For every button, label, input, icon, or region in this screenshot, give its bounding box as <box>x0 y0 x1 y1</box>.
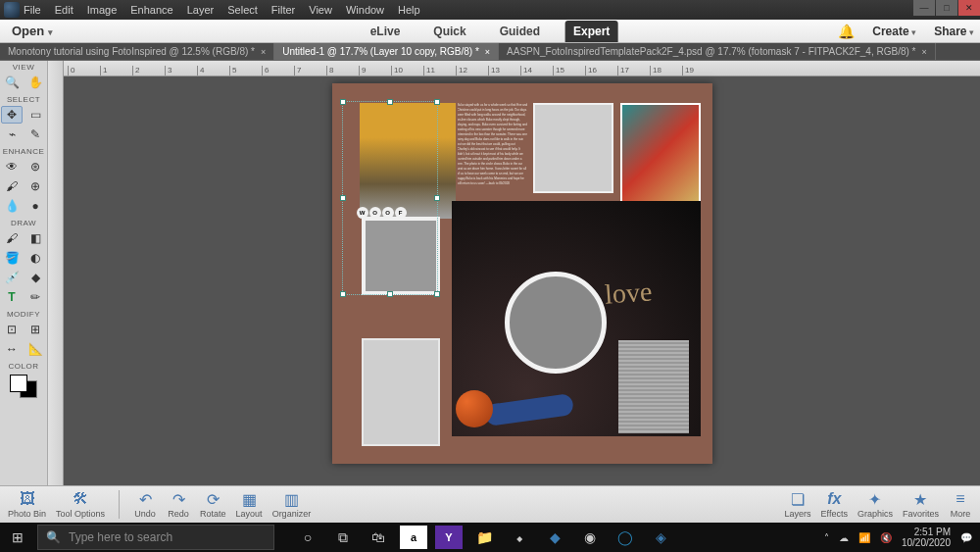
scrapbook-page[interactable]: Buko stayed with us for a whole week so … <box>332 83 712 464</box>
type-tool[interactable]: T <box>1 288 23 306</box>
layout-button[interactable]: ▦Layout <box>236 490 263 519</box>
menu-layer[interactable]: Layer <box>187 4 215 16</box>
tool-options-label: Tool Options <box>56 509 105 519</box>
search-placeholder: Type here to search <box>69 530 172 544</box>
menu-filter[interactable]: Filter <box>271 4 295 16</box>
move-tool[interactable]: ✥ <box>1 106 23 124</box>
graphics-button[interactable]: ✦Graphics <box>858 490 893 519</box>
tray-wifi-icon[interactable]: 📶 <box>858 532 870 543</box>
photo-frame-top[interactable] <box>533 103 613 193</box>
notification-center-icon[interactable]: 💬 <box>960 532 972 543</box>
mode-expert[interactable]: Expert <box>565 21 617 42</box>
share-button[interactable]: Share <box>934 25 974 38</box>
app-logo <box>4 2 20 18</box>
photoshop-app[interactable]: ◆ <box>541 526 568 549</box>
content-aware-tool[interactable]: ↔ <box>1 340 23 358</box>
menu-file[interactable]: File <box>24 4 41 16</box>
recompose-tool[interactable]: ⊞ <box>24 321 46 338</box>
tool-options-button[interactable]: 🛠Tool Options <box>56 490 105 519</box>
gradient-tool[interactable]: ◐ <box>24 249 46 267</box>
dog-photo[interactable] <box>620 103 701 203</box>
menu-help[interactable]: Help <box>398 4 420 16</box>
store-app[interactable]: 🛍 <box>365 526 392 549</box>
menu-select[interactable]: Select <box>227 4 258 16</box>
doc-tab-1[interactable]: Monotony tutorial using FotoInspired @ 1… <box>0 43 274 60</box>
section-modify: MODIFY <box>7 310 40 319</box>
amazon-app[interactable]: a <box>400 526 427 549</box>
tray-volume-icon[interactable]: 🔇 <box>880 532 892 543</box>
chrome-app[interactable]: ◉ <box>576 526 604 549</box>
menu-edit[interactable]: Edit <box>55 4 74 16</box>
pencil-tool[interactable]: ✏ <box>24 288 46 306</box>
photo-bin-button[interactable]: 🖼Photo Bin <box>8 490 46 519</box>
crop-tool[interactable]: ⊡ <box>1 321 23 338</box>
menu-image[interactable]: Image <box>87 4 118 16</box>
menu-window[interactable]: Window <box>346 4 384 16</box>
doc-tab-2[interactable]: Untitled-1 @ 17.7% (Layer 10 copy, RGB/8… <box>274 43 499 60</box>
close-icon[interactable]: × <box>921 47 926 57</box>
brush-tool[interactable]: 🖌 <box>1 229 23 247</box>
eyedropper-tool[interactable]: 💉 <box>1 269 23 286</box>
tray-up-icon[interactable]: ˄ <box>824 532 829 543</box>
smart-brush-tool[interactable]: 🖌 <box>1 177 23 195</box>
create-button[interactable]: Create <box>872 25 916 38</box>
dropbox-app[interactable]: ⬥ <box>506 526 533 549</box>
cortana-icon[interactable]: ○ <box>294 526 321 549</box>
sponge-tool[interactable]: ● <box>24 197 46 215</box>
clone-stamp-tool[interactable]: ⊕ <box>24 177 46 195</box>
taskview-icon[interactable]: ⧉ <box>329 526 357 549</box>
menu-view[interactable]: View <box>309 4 332 16</box>
circle-frame[interactable] <box>505 272 607 374</box>
color-swatch[interactable] <box>8 373 39 400</box>
rotate-button[interactable]: ⟳Rotate <box>200 490 226 519</box>
organizer-button[interactable]: ▥Organizer <box>272 490 312 519</box>
organizer-icon: ▥ <box>279 490 303 508</box>
window-minimize[interactable]: — <box>913 0 935 16</box>
eraser-tool[interactable]: ◧ <box>24 229 46 247</box>
lasso-tool[interactable]: ⌁ <box>1 125 23 143</box>
window-close[interactable]: ✕ <box>958 0 980 16</box>
window-maximize[interactable]: □ <box>936 0 957 16</box>
hand-tool[interactable]: ✋ <box>24 74 46 91</box>
mode-guided[interactable]: Guided <box>492 21 548 42</box>
effects-button[interactable]: fxEffects <box>821 490 848 519</box>
explorer-app[interactable]: 📁 <box>470 526 498 549</box>
selection-bounds[interactable] <box>342 101 438 295</box>
pse-app[interactable]: ◈ <box>647 526 674 549</box>
love-wordart[interactable]: love <box>603 276 652 310</box>
redo-button[interactable]: ↷Redo <box>167 490 190 519</box>
yahoo-app[interactable]: Y <box>435 526 463 549</box>
marquee-tool[interactable]: ▭ <box>24 106 46 124</box>
blur-tool[interactable]: 💧 <box>1 197 23 215</box>
spot-heal-tool[interactable]: ⊛ <box>24 158 46 176</box>
ruler-tick: 13 <box>488 66 520 75</box>
undo-button[interactable]: ↶Undo <box>133 490 157 519</box>
edge-app[interactable]: ◯ <box>612 526 639 549</box>
close-icon[interactable]: × <box>261 47 266 57</box>
doc-tab-3[interactable]: AASPN_FotoInspiredTemplatePack2F_4.psd @… <box>499 43 936 60</box>
tray-cloud-icon[interactable]: ☁ <box>839 532 849 543</box>
shape-tool[interactable]: ◆ <box>24 269 46 286</box>
paint-bucket-tool[interactable]: 🪣 <box>1 249 23 267</box>
quick-select-tool[interactable]: ✎ <box>24 125 46 143</box>
photo-frame-left[interactable] <box>362 338 440 446</box>
menu-enhance[interactable]: Enhance <box>130 4 172 16</box>
redeye-tool[interactable]: 👁 <box>1 158 23 176</box>
workspace[interactable]: Buko stayed with us for a whole week so … <box>64 76 980 470</box>
open-button[interactable]: Open <box>12 24 53 38</box>
clock[interactable]: 2:51 PM10/20/2020 <box>902 527 951 548</box>
layers-button[interactable]: ❏Layers <box>785 490 811 519</box>
paper-texture[interactable] <box>618 340 689 433</box>
more-button[interactable]: ≡More <box>949 490 972 519</box>
clock-time: 2:51 PM <box>902 527 951 537</box>
ruler-tick: 10 <box>391 66 423 75</box>
mode-quick[interactable]: Quick <box>425 21 473 42</box>
search-box[interactable]: 🔍Type here to search <box>37 525 274 550</box>
notifications-icon[interactable]: 🔔 <box>838 24 855 39</box>
straighten-tool[interactable]: 📐 <box>24 340 46 358</box>
start-button[interactable]: ⊞ <box>0 523 35 552</box>
favorites-button[interactable]: ★Favorites <box>903 490 939 519</box>
close-icon[interactable]: × <box>485 47 490 57</box>
zoom-tool[interactable]: 🔍 <box>1 74 23 91</box>
mode-elive[interactable]: eLive <box>363 21 409 42</box>
